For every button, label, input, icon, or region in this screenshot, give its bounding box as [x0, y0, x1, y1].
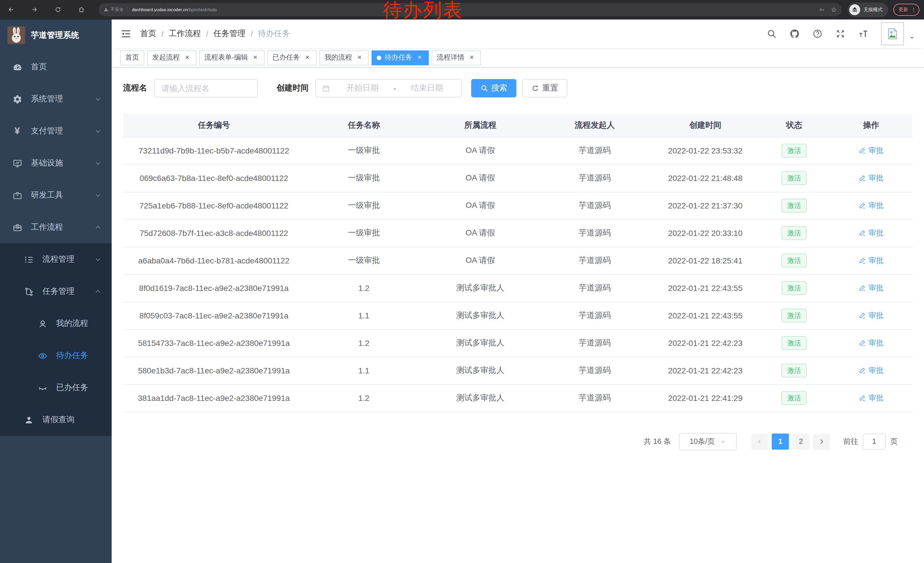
tab-close-icon[interactable]: ×	[303, 54, 311, 62]
bookmark-star-icon[interactable]	[831, 7, 837, 13]
user-circle-icon	[37, 319, 48, 329]
cell-id: 73211d9d-7b9b-11ec-b5b7-acde48001122	[123, 137, 304, 164]
table-row: a6aba0a4-7b6d-11ec-b781-acde48001122一级审批…	[123, 247, 912, 274]
cell-id: 381aa1dd-7ac8-11ec-a9e2-a2380e71991a	[123, 384, 304, 412]
cell-id: 8f059c03-7ac8-11ec-a9e2-a2380e71991a	[123, 302, 304, 329]
app-logo-row[interactable]: 芋道管理系统	[0, 20, 112, 51]
tab-active-6[interactable]: 待办任务×	[372, 50, 429, 65]
approve-button[interactable]: 审批	[859, 146, 884, 156]
search-button[interactable]: 搜索	[471, 79, 516, 98]
column-header: 所属流程	[423, 114, 538, 137]
page-button-2[interactable]: 2	[792, 433, 810, 449]
security-warning-icon[interactable]	[104, 7, 108, 12]
main-area: 首页/工作流程/任务管理/待办任务 首页发起流程×流程表单-编辑×已办任务×我的…	[112, 20, 924, 563]
page-button-1[interactable]: 1	[772, 433, 789, 449]
url-host[interactable]: dashboard.yudao.iocoder.cn	[132, 7, 188, 12]
browser-home-icon[interactable]	[75, 3, 88, 16]
sidebar-item-10[interactable]: 待办任务	[0, 339, 112, 372]
active-tab-dot	[377, 55, 381, 60]
password-key-icon[interactable]	[819, 7, 825, 13]
cell-name: 一级审批	[304, 192, 423, 219]
sidebar-item-1[interactable]: 首页	[0, 51, 112, 83]
list-tree-icon	[23, 255, 34, 264]
browser-update-button[interactable]: 更新	[893, 4, 920, 16]
cell-name: 一级审批	[304, 137, 423, 164]
cell-process: OA 请假	[423, 247, 538, 274]
browser-forward-icon[interactable]	[28, 3, 40, 16]
reset-button[interactable]: 重置	[522, 79, 567, 98]
tab-3[interactable]: 流程表单-编辑×	[199, 50, 264, 65]
sidebar-item-11[interactable]: 已办任务	[0, 372, 112, 404]
breadcrumb-item[interactable]: 工作流程	[169, 29, 201, 39]
sidebar-item-label: 任务管理	[42, 286, 74, 297]
pagination-total: 共 16 条	[644, 436, 671, 446]
browser-menu-icon[interactable]	[911, 7, 916, 13]
tab-close-icon[interactable]: ×	[468, 54, 476, 62]
status-badge: 激活	[782, 281, 807, 295]
breadcrumb-item[interactable]: 首页	[140, 29, 156, 39]
approve-button[interactable]: 审批	[859, 200, 884, 211]
breadcrumb-separator: /	[251, 29, 253, 38]
browser-reload-icon[interactable]	[51, 3, 64, 16]
tab-close-icon[interactable]: ×	[251, 54, 260, 62]
approve-button[interactable]: 审批	[859, 283, 884, 293]
approve-button[interactable]: 审批	[859, 311, 884, 321]
tab-5[interactable]: 我的流程×	[320, 50, 369, 65]
table-row: 58154733-7ac8-11ec-a9e2-a2380e71991a1.2测…	[123, 329, 912, 357]
approve-button[interactable]: 审批	[859, 228, 884, 238]
table-row: 73211d9d-7b9b-11ec-b5b7-acde48001122一级审批…	[123, 137, 912, 164]
sidebar-item-3[interactable]: ¥支付管理	[0, 115, 112, 147]
url-path[interactable]: /bpm/task/todo	[188, 7, 217, 12]
approve-button[interactable]: 审批	[859, 338, 884, 348]
start-date-placeholder[interactable]: 开始日期	[334, 83, 391, 93]
approve-button[interactable]: 审批	[859, 255, 884, 266]
cell-process: OA 请假	[423, 192, 538, 219]
sidebar-item-label: 工作流程	[31, 222, 63, 233]
font-size-icon[interactable]	[858, 29, 868, 39]
process-name-input[interactable]	[154, 79, 258, 98]
security-label[interactable]: 不安全	[111, 7, 124, 12]
sidebar-item-5[interactable]: 研发工具	[0, 179, 112, 211]
tab-close-icon[interactable]: ×	[416, 54, 424, 62]
sidebar-item-6[interactable]: 工作流程	[0, 211, 112, 243]
cell-action: 审批	[830, 137, 912, 164]
approve-button[interactable]: 审批	[859, 173, 884, 183]
end-date-placeholder[interactable]: 结束日期	[399, 83, 456, 93]
sidebar-item-12[interactable]: 请假查询	[0, 404, 112, 436]
tab-7[interactable]: 流程详情×	[432, 50, 481, 65]
tab-2[interactable]: 发起流程×	[147, 50, 196, 65]
sidebar-item-4[interactable]: 基础设施	[0, 147, 112, 179]
sidebar-item-7[interactable]: 流程管理	[0, 243, 112, 275]
avatar-caret-down-icon[interactable]	[909, 35, 915, 41]
fullscreen-icon[interactable]	[835, 29, 846, 39]
page-size-select[interactable]: 10条/页	[679, 433, 737, 450]
sidebar-item-2[interactable]: 系统管理	[0, 83, 112, 115]
sidebar-item-label: 基础设施	[31, 158, 63, 168]
tab-close-icon[interactable]: ×	[183, 54, 191, 62]
address-bar[interactable]: 不安全 dashboard.yudao.iocoder.cn/bpm/task/…	[99, 3, 842, 17]
approve-label: 审批	[868, 228, 884, 238]
table-header-row: 任务编号任务名称所属流程流程发起人创建时间状态操作	[123, 114, 912, 137]
tab-close-icon[interactable]: ×	[356, 54, 363, 62]
cell-name: 一级审批	[304, 219, 423, 247]
prev-page-button[interactable]	[751, 433, 768, 449]
cell-starter: 芋道源码	[538, 329, 652, 357]
goto-page-input[interactable]	[863, 433, 886, 449]
date-range-picker[interactable]: 开始日期 - 结束日期	[315, 79, 462, 98]
breadcrumb-item[interactable]: 任务管理	[213, 29, 246, 39]
browser-back-icon[interactable]	[4, 3, 17, 16]
github-icon[interactable]	[789, 29, 800, 39]
sidebar-item-9[interactable]: 我的流程	[0, 308, 112, 339]
sidebar-collapse-icon[interactable]	[120, 28, 132, 39]
breadcrumb: 首页/工作流程/任务管理/待办任务	[140, 29, 290, 39]
user-avatar[interactable]	[881, 23, 904, 45]
pen-icon	[859, 312, 868, 319]
help-question-icon[interactable]	[812, 29, 823, 39]
header-search-icon[interactable]	[766, 29, 777, 39]
next-page-button[interactable]	[813, 433, 830, 449]
approve-button[interactable]: 审批	[859, 393, 884, 403]
tab-4[interactable]: 已办任务×	[267, 50, 316, 65]
tab-1[interactable]: 首页	[120, 50, 144, 65]
approve-button[interactable]: 审批	[859, 365, 884, 376]
sidebar-item-8[interactable]: 任务管理	[0, 275, 112, 308]
